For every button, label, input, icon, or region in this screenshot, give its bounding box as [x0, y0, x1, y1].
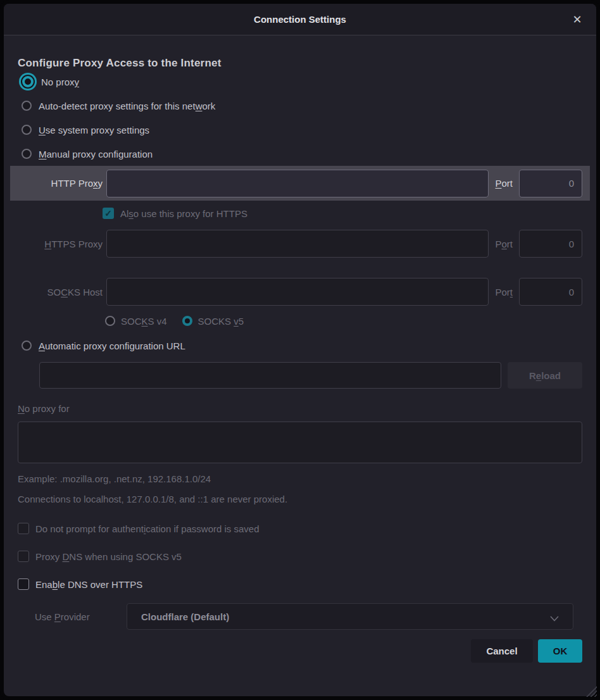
radio-row-auto-url[interactable]: Automatic proxy configuration URL — [18, 338, 582, 353]
also-https-checkbox[interactable]: ✓ — [103, 208, 114, 219]
no-proxy-for-textarea[interactable] — [18, 422, 582, 463]
no-prompt-auth-row[interactable]: Do not prompt for authentication if pass… — [18, 523, 582, 534]
provider-label: Use Provider — [35, 611, 127, 622]
auto-url-radio[interactable] — [22, 341, 32, 351]
http-port-input[interactable] — [519, 170, 582, 197]
dialog-titlebar: Connection Settings ✕ — [4, 4, 596, 35]
no-prompt-auth-checkbox[interactable] — [18, 523, 29, 534]
radio-row-manual-proxy[interactable]: Manual proxy configuration — [18, 142, 582, 166]
localhost-hint: Connections to localhost, 127.0.0.1/8, a… — [18, 494, 582, 504]
auto-detect-radio[interactable] — [22, 101, 32, 111]
https-proxy-label: HTTPS Proxy — [18, 239, 106, 249]
no-proxy-for-label: No proxy for — [18, 403, 582, 416]
proxy-dns-row[interactable]: Proxy DNS when using SOCKS v5 — [18, 551, 582, 562]
radio-row-auto-detect[interactable]: Auto-detect proxy settings for this netw… — [18, 94, 582, 118]
also-https-label: Also use this proxy for HTTPS — [120, 208, 247, 219]
auto-url-label: Automatic proxy configuration URL — [39, 341, 185, 351]
radio-row-no-proxy[interactable]: No proxy — [18, 70, 582, 94]
manual-proxy-label: Manual proxy configuration — [39, 149, 153, 159]
no-prompt-auth-label: Do not prompt for authentication if pass… — [35, 523, 259, 534]
socks-host-row: SOCKS Host Port — [18, 278, 582, 306]
auto-url-input-row: Reload — [18, 362, 582, 389]
socks-v4-option[interactable]: SOCKS v4 — [105, 316, 167, 327]
socks-v5-radio[interactable] — [182, 316, 192, 326]
also-https-row[interactable]: ✓ Also use this proxy for HTTPS — [18, 207, 582, 220]
https-port-label: Port — [495, 239, 513, 249]
https-proxy-row: HTTPS Proxy Port — [18, 230, 582, 258]
socks-port-input[interactable] — [519, 278, 582, 306]
socks-port-label: Port — [495, 287, 513, 297]
socks-v4-label: SOCKS v4 — [121, 316, 167, 327]
proxy-dns-label: Proxy DNS when using SOCKS v5 — [35, 551, 182, 562]
system-proxy-label: Use system proxy settings — [39, 125, 149, 135]
manual-proxy-radio[interactable] — [22, 149, 32, 159]
dialog-buttons: Cancel OK — [18, 639, 582, 663]
close-icon: ✕ — [572, 13, 582, 27]
http-proxy-label: HTTP Proxy — [18, 178, 106, 189]
socks-host-input[interactable] — [106, 278, 489, 306]
cancel-button[interactable]: Cancel — [471, 639, 533, 663]
doh-checkbox[interactable] — [18, 578, 29, 590]
http-proxy-input[interactable] — [106, 170, 489, 197]
no-proxy-label: No proxy — [41, 77, 79, 87]
dialog-content: Configure Proxy Access to the Internet N… — [4, 35, 596, 696]
dialog-title: Connection Settings — [254, 14, 346, 25]
socks-v5-label: SOCKS v5 — [198, 316, 244, 327]
auto-detect-label: Auto-detect proxy settings for this netw… — [39, 101, 215, 111]
https-proxy-input[interactable] — [106, 230, 489, 258]
https-port-input[interactable] — [519, 230, 582, 258]
page-title: Configure Proxy Access to the Internet — [18, 57, 582, 70]
reload-button[interactable]: Reload — [508, 362, 582, 389]
socks-v4-radio[interactable] — [105, 316, 115, 326]
example-hint: Example: .mozilla.org, .net.nz, 192.168.… — [18, 473, 582, 484]
close-button[interactable]: ✕ — [570, 12, 585, 27]
system-proxy-radio[interactable] — [22, 125, 32, 135]
chevron-down-icon — [550, 613, 559, 624]
connection-settings-dialog: Connection Settings ✕ Configure Proxy Ac… — [0, 0, 600, 700]
http-port-label: Port — [495, 178, 513, 189]
dialog-body: Connection Settings ✕ Configure Proxy Ac… — [4, 4, 596, 696]
proxy-dns-checkbox[interactable] — [18, 551, 29, 562]
provider-select[interactable]: Cloudflare (Default) — [127, 603, 573, 630]
provider-row: Use Provider Cloudflare (Default) — [18, 603, 582, 630]
socks-v5-option[interactable]: SOCKS v5 — [182, 316, 244, 327]
http-proxy-row-highlighted: HTTP Proxy Port — [10, 166, 590, 201]
check-icon: ✓ — [104, 208, 112, 218]
socks-version-row: SOCKS v4 SOCKS v5 — [18, 314, 582, 328]
provider-selected-value: Cloudflare (Default) — [141, 611, 229, 622]
radio-row-system-proxy[interactable]: Use system proxy settings — [18, 118, 582, 142]
proxy-url-input[interactable] — [39, 362, 501, 389]
doh-row[interactable]: Enable DNS over HTTPS — [18, 578, 582, 590]
no-proxy-radio[interactable] — [22, 76, 34, 87]
ok-button[interactable]: OK — [538, 639, 582, 663]
doh-label: Enable DNS over HTTPS — [35, 579, 142, 590]
socks-host-label: SOCKS Host — [18, 287, 106, 297]
